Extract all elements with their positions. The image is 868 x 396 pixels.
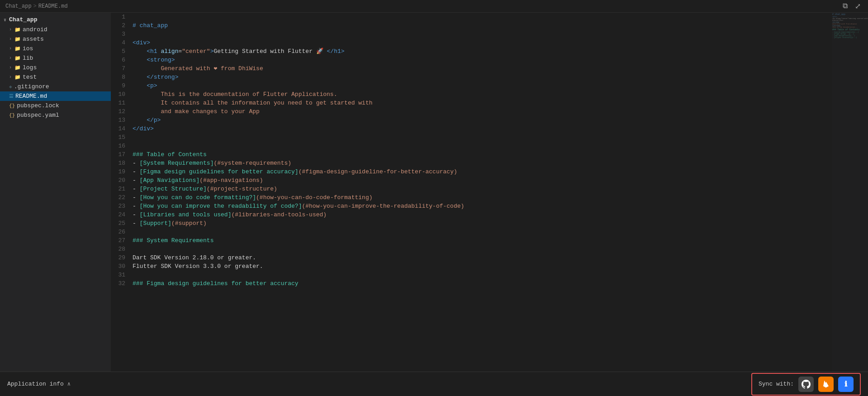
code-line-11: 11 It contains all the information you n…: [111, 99, 832, 107]
code-line-26: 26: [111, 228, 832, 236]
code-line-6: 6 <strong>: [111, 56, 832, 64]
code-line-10: 10 This is the documentation of Flutter …: [111, 90, 832, 99]
code-line-19: 19 - [Figma design guidelines for better…: [111, 167, 832, 176]
sidebar-item-ios[interactable]: › 📁 ios: [0, 44, 111, 53]
status-bar: Application info ∧ Sync with: ℹ: [0, 372, 868, 396]
code-line-2: 2 # chat_app: [111, 21, 832, 30]
code-line-18: 18 - [System Requirements](#system-requi…: [111, 159, 832, 167]
code-line-24: 24 - [Libraries and tools used](#librari…: [111, 210, 832, 219]
sidebar-label-pubspec-yaml: pubspec.yaml: [17, 112, 59, 119]
code-line-1: 1: [111, 13, 832, 21]
folder-icon: 📁: [14, 74, 21, 80]
app-info-section[interactable]: Application info ∧: [7, 381, 71, 387]
code-line-22: 22 - [How you can do code formatting?](#…: [111, 193, 832, 202]
code-line-21: 21 - [Project Structure](#project-struct…: [111, 185, 832, 193]
sidebar-label-android: android: [23, 26, 47, 33]
sidebar-item-pubspec-yaml[interactable]: {} pubspec.yaml: [0, 110, 111, 120]
code-line-15: 15: [111, 133, 832, 142]
sidebar-item-logs[interactable]: › 📁 logs: [0, 63, 111, 72]
sidebar-item-assets[interactable]: › 📁 assets: [0, 34, 111, 44]
sidebar-label-gitignore: .gitignore: [14, 83, 49, 90]
sidebar: ∨ Chat_app › 📁 android › 📁 assets › 📁 io…: [0, 13, 111, 372]
code-line-4: 4 <div>: [111, 38, 832, 47]
code-line-17: 17 ### Table of Contents: [111, 150, 832, 159]
code-line-9: 9 <p>: [111, 81, 832, 90]
sync-label: Sync with:: [759, 381, 794, 387]
sidebar-item-lib[interactable]: › 📁 lib: [0, 53, 111, 63]
code-line-13: 13 </p>: [111, 116, 832, 124]
code-line-32: 32 ### Figma design guidelines for bette…: [111, 279, 832, 288]
code-line-16: 16: [111, 142, 832, 150]
expand-editor-icon[interactable]: ⤢: [853, 1, 863, 12]
code-line-12: 12 and make changes to your App: [111, 107, 832, 116]
editor-area: 1 2 # chat_app 3 4 <div> 5 <h1 align=": [111, 13, 832, 372]
code-container[interactable]: 1 2 # chat_app 3 4 <div> 5 <h1 align=": [111, 13, 832, 372]
sidebar-label-lib: lib: [23, 55, 33, 62]
folder-icon: 📁: [14, 36, 21, 42]
code-line-7: 7 Generated with ❤ from DhiWise: [111, 64, 832, 73]
split-editor-icon[interactable]: ⧉: [841, 1, 849, 11]
readme-icon: ☰: [9, 93, 14, 99]
info-sync-button[interactable]: ℹ: [838, 377, 854, 392]
code-line-30: 30 Flutter SDK Version 3.3.0 or greater.: [111, 262, 832, 271]
folder-icon: 📁: [14, 46, 21, 52]
sidebar-label-ios: ios: [23, 45, 33, 52]
code-line-27: 27 ### System Requirements: [111, 236, 832, 245]
root-chevron: ∨: [4, 17, 6, 23]
folder-icon: 📁: [14, 55, 21, 61]
gitignore-icon: ◆: [9, 84, 12, 90]
app-info-label: Application info: [7, 381, 64, 387]
sidebar-item-pubspec-lock[interactable]: {} pubspec.lock: [0, 101, 111, 110]
top-right-icons: ⧉ ⤢: [841, 1, 863, 12]
main-layout: ∨ Chat_app › 📁 android › 📁 assets › 📁 io…: [0, 13, 868, 372]
sidebar-item-readme[interactable]: ☰ README.md: [0, 91, 111, 101]
breadcrumb-bar: Chat_app > README.md ⧉ ⤢: [0, 0, 868, 13]
firebase-sync-button[interactable]: [818, 377, 834, 392]
breadcrumb-sep: >: [33, 3, 37, 10]
code-line-29: 29 Dart SDK Version 2.18.0 or greater.: [111, 253, 832, 262]
folder-icon: 📁: [14, 65, 21, 71]
code-line-14: 14 </div>: [111, 124, 832, 133]
sidebar-label-logs: logs: [23, 64, 37, 71]
code-line-8: 8 </strong>: [111, 73, 832, 81]
code-line-5: 5 <h1 align="center">Getting Started wit…: [111, 47, 832, 56]
pubspec-yaml-icon: {}: [9, 113, 15, 118]
code-line-3: 3: [111, 30, 832, 38]
code-line-20: 20 - [App Navigations](#app-navigations): [111, 176, 832, 185]
code-line-25: 25 - [Support](#support): [111, 219, 832, 228]
sidebar-label-pubspec-lock: pubspec.lock: [17, 102, 59, 109]
github-sync-button[interactable]: [798, 377, 814, 392]
sidebar-label-readme: README.md: [15, 93, 47, 100]
sidebar-label-test: test: [23, 74, 37, 81]
minimap: # chat_app <div> <h1 align="center">Gett…: [832, 13, 868, 372]
breadcrumb-file[interactable]: README.md: [38, 3, 68, 10]
folder-icon: 📁: [14, 27, 21, 33]
sidebar-item-gitignore[interactable]: ◆ .gitignore: [0, 82, 111, 91]
sidebar-root-item[interactable]: ∨ Chat_app: [0, 14, 111, 25]
sidebar-label-assets: assets: [23, 36, 44, 43]
info-icon: ℹ: [844, 380, 847, 389]
code-line-31: 31: [111, 271, 832, 279]
sidebar-root-label: Chat_app: [9, 16, 37, 23]
chevron-up-icon: ∧: [67, 381, 71, 387]
sidebar-item-test[interactable]: › 📁 test: [0, 72, 111, 82]
code-line-28: 28: [111, 245, 832, 253]
pubspec-lock-icon: {}: [9, 103, 15, 109]
sync-section: Sync with: ℹ: [751, 373, 861, 396]
code-line-23: 23 - [How you can improve the readabilit…: [111, 202, 832, 210]
breadcrumb-project[interactable]: Chat_app: [5, 3, 32, 10]
sidebar-item-android[interactable]: › 📁 android: [0, 25, 111, 34]
